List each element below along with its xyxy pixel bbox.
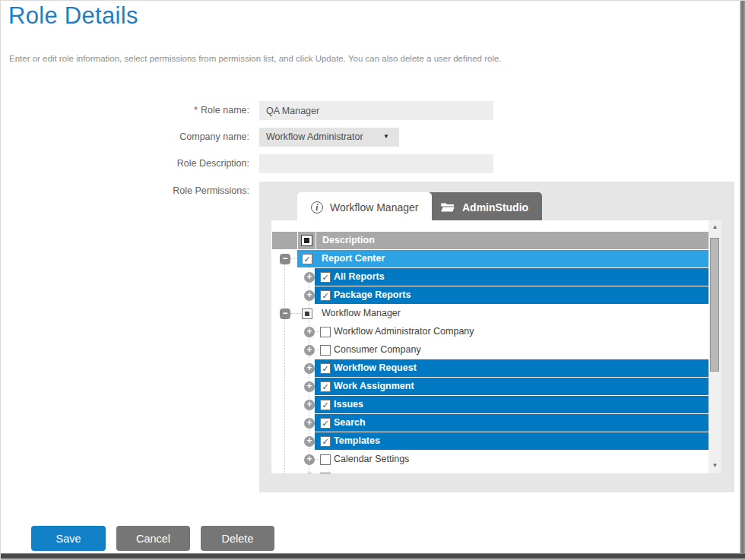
tree-row[interactable]: +✓Search [271,414,709,432]
permissions-panel: i Workflow Manager AdminStudio Descripti… [259,182,734,492]
info-icon: i [311,201,323,214]
tree-row[interactable]: −Workflow Manager [271,305,709,323]
tree-row-label: Search [334,417,366,428]
tree-row-label: Work Assignment [334,381,414,391]
page-subtitle: Enter or edit role information, select p… [9,54,502,63]
tree-row[interactable]: −✓Report Center [271,250,709,268]
action-buttons: Save Cancel Delete [31,526,285,551]
expand-icon[interactable]: + [304,400,315,410]
tree-row-label: Issues [334,399,363,410]
tree-row[interactable]: +✓All Reports [271,268,709,286]
tree-row-label: All Reports [334,271,385,282]
tree-row[interactable]: +Consumer Company [271,341,709,359]
row-checkbox[interactable]: ✓ [320,363,331,374]
chevron-down-icon: ▼ [383,133,389,140]
window-right-border [740,1,745,560]
row-checkbox[interactable] [320,454,331,465]
tree-row[interactable]: +My Notifications [271,469,709,473]
tree-row-label: Consumer Company [334,344,421,355]
role-name-input[interactable] [259,101,493,120]
tree-row[interactable]: +✓Workflow Request [271,359,709,378]
row-checkbox[interactable] [302,308,312,319]
company-name-value: Workflow Administrator [266,131,363,142]
collapse-icon[interactable]: − [280,308,290,319]
vertical-scrollbar[interactable]: ▲ ▼ [709,220,721,473]
row-checkbox[interactable]: ✓ [320,381,331,392]
role-permissions-label: Role Permissions: [1,185,249,196]
expand-icon[interactable]: + [304,363,315,374]
tree-rows: −✓Report Center+✓All Reports+✓Package Re… [271,250,709,473]
role-name-label: *Role name: [1,105,249,115]
collapse-icon[interactable]: − [280,254,290,264]
tree-row[interactable]: +✓Issues [271,396,709,414]
tree-row[interactable]: +Calendar Settings [271,451,709,469]
tree-row[interactable]: +✓Work Assignment [271,378,709,396]
row-checkbox[interactable]: ✓ [320,418,331,429]
permissions-tree: Description −✓Report Center+✓All Reports… [271,220,721,473]
expand-icon[interactable]: + [304,418,315,429]
company-name-dropdown[interactable]: Workflow Administrator ▼ [259,128,399,147]
save-button[interactable]: Save [31,526,106,551]
row-checkbox[interactable]: ✓ [320,436,331,447]
tree-row-label: Workflow Request [334,362,417,373]
expand-icon[interactable]: + [304,454,315,465]
header-checkbox-cell [298,232,315,249]
tree-row-label: Package Reports [334,289,411,300]
tree-row-label: Calendar Settings [334,454,409,464]
tab-workflow-manager[interactable]: i Workflow Manager [297,192,432,222]
expand-icon[interactable]: + [304,436,315,447]
row-checkbox[interactable]: ✓ [320,290,331,301]
expand-icon[interactable]: + [304,290,315,301]
row-checkbox[interactable] [320,345,331,356]
row-checkbox[interactable] [320,473,331,473]
tree-row[interactable]: +✓Templates [271,432,709,451]
tree-row[interactable]: +Workflow Administrator Company [271,323,709,341]
open-folder-icon [440,201,455,214]
tab-adminstudio[interactable]: AdminStudio [426,192,542,222]
scrollbar-thumb[interactable] [710,238,719,372]
tree-row-label: Report Center [322,253,385,264]
expand-icon[interactable]: + [304,345,315,356]
tree-row-label: My Notifications [334,472,401,473]
scroll-down-arrow-icon[interactable]: ▼ [709,462,721,469]
delete-button[interactable]: Delete [201,526,274,551]
expand-icon[interactable]: + [304,327,315,337]
tree-grid: Description −✓Report Center+✓All Reports… [271,232,709,473]
description-column-header: Description [316,232,709,249]
cancel-button[interactable]: Cancel [116,526,190,551]
role-description-input[interactable] [259,154,493,173]
expand-icon[interactable]: + [304,272,315,283]
row-highlight [315,396,709,413]
tree-row-label: Workflow Manager [322,308,401,318]
select-all-checkbox[interactable] [301,235,312,246]
row-highlight [315,414,709,432]
row-checkbox[interactable] [320,327,331,337]
tree-row-label: Workflow Administrator Company [334,326,474,337]
row-checkbox[interactable]: ✓ [320,272,331,283]
tree-row[interactable]: +✓Package Reports [271,286,709,305]
row-checkbox[interactable]: ✓ [320,400,331,410]
page-title: Role Details [8,2,138,30]
tab-label: AdminStudio [462,201,528,214]
window-bottom-border [1,553,745,560]
header-gutter-cell [272,232,297,249]
expand-icon[interactable]: + [304,473,315,473]
expand-icon[interactable]: + [304,381,315,392]
role-description-label: Role Description: [1,158,249,169]
scroll-up-arrow-icon[interactable]: ▲ [709,223,721,230]
required-marker: * [194,105,198,115]
tree-row-label: Templates [334,435,380,446]
tab-label: Workflow Manager [330,201,418,214]
row-checkbox[interactable]: ✓ [302,254,312,264]
tree-header: Description [271,232,709,250]
role-details-page: Role Details Enter or edit role informat… [0,0,745,560]
company-name-label: Company name: [1,131,249,142]
